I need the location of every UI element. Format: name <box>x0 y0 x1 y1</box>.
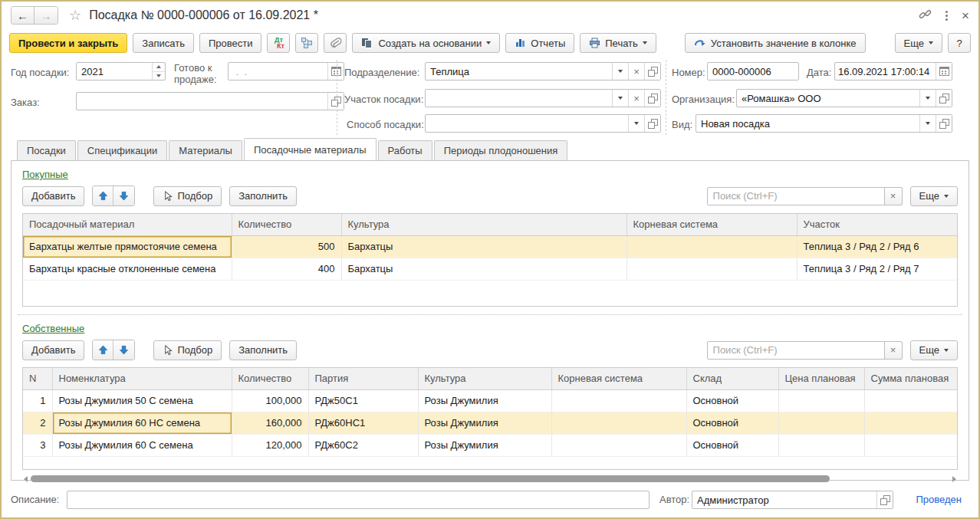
scroll-right-icon[interactable] <box>952 476 956 482</box>
cell-item[interactable]: Розы Джумилия 60 НС семена <box>52 412 232 434</box>
cell-price[interactable] <box>778 389 864 412</box>
open-icon[interactable] <box>876 491 893 508</box>
more-menu-icon[interactable] <box>945 11 948 21</box>
dropdown-icon[interactable] <box>612 63 628 80</box>
clear-search-icon[interactable]: × <box>884 187 903 205</box>
cell-warehouse[interactable]: Основной <box>686 412 778 434</box>
clear-search-icon[interactable]: × <box>884 341 903 360</box>
cell-qty[interactable]: 120,000 <box>232 434 308 456</box>
create-based-on-button[interactable]: Создать на основании <box>352 33 500 53</box>
back-icon[interactable]: ← <box>12 7 35 24</box>
cell-culture[interactable]: Бархатцы <box>341 258 626 280</box>
open-icon[interactable] <box>644 90 660 107</box>
open-icon[interactable] <box>644 115 660 132</box>
post-button[interactable]: Провести <box>199 33 262 53</box>
reports-button[interactable]: Отчеты <box>505 33 574 53</box>
cell-qty[interactable]: 500 <box>232 235 341 258</box>
close-icon[interactable]: × <box>962 9 969 22</box>
forward-icon[interactable]: → <box>35 7 58 24</box>
move-down-button[interactable] <box>113 186 134 205</box>
cell-culture[interactable]: Бархатцы <box>341 235 626 258</box>
search-input[interactable] <box>707 341 885 360</box>
cell-root[interactable] <box>551 389 686 412</box>
plot-field[interactable]: × <box>425 89 661 107</box>
cell-culture[interactable]: Розы Джумилия <box>418 389 551 412</box>
cell-sum[interactable] <box>864 389 957 412</box>
cell-batch[interactable]: РДж60НС1 <box>308 412 418 434</box>
open-icon[interactable] <box>644 63 660 80</box>
cell-material[interactable]: Бархатцы красные отклоненные семена <box>23 258 232 280</box>
move-up-button[interactable] <box>93 340 113 360</box>
open-icon[interactable] <box>936 90 952 107</box>
cell-warehouse[interactable]: Основной <box>686 389 778 412</box>
cell-batch[interactable]: РДж60С2 <box>308 434 418 456</box>
pick-button[interactable]: Подбор <box>153 186 222 206</box>
description-field[interactable] <box>67 491 649 509</box>
method-field[interactable] <box>425 114 661 133</box>
search-input[interactable] <box>707 187 885 205</box>
cell-qty[interactable]: 100,000 <box>232 389 308 412</box>
cell-sum[interactable] <box>864 412 957 434</box>
cell-culture[interactable]: Розы Джумилия <box>418 412 551 434</box>
open-icon[interactable] <box>936 115 952 132</box>
table-row[interactable]: 1 Розы Джумилия 50 С семена 100,000 РДж5… <box>23 389 957 412</box>
fill-button[interactable]: Заполнить <box>229 186 297 206</box>
dtkt-postings-button[interactable]: ДтКт <box>267 33 290 53</box>
cell-culture[interactable]: Розы Джумилия <box>418 434 551 456</box>
cell-price[interactable] <box>778 434 864 456</box>
cell-item[interactable]: Розы Джумилия 60 С семена <box>52 434 232 456</box>
related-documents-button[interactable] <box>295 33 318 53</box>
cell-warehouse[interactable]: Основной <box>686 434 778 456</box>
purchased-section-link[interactable]: Покупные <box>22 169 68 180</box>
tab-posadki[interactable]: Посадки <box>17 140 76 160</box>
author-field[interactable] <box>692 491 893 509</box>
clear-icon[interactable]: × <box>628 90 644 107</box>
favorite-star-icon[interactable]: ☆ <box>69 7 81 24</box>
cell-plot[interactable]: Теплица 3 / Ряд 2 / Ряд 6 <box>797 235 957 258</box>
cell-n[interactable]: 1 <box>23 389 52 412</box>
tab-periody-plodonosheniya[interactable]: Периоды плодоношения <box>434 140 568 160</box>
cell-price[interactable] <box>778 412 864 434</box>
more-button[interactable]: Еще <box>895 33 942 53</box>
department-field[interactable]: × <box>425 62 661 80</box>
tab-posadochnye-materialy[interactable]: Посадочные материалы <box>244 138 377 160</box>
tab-specifikacii[interactable]: Спецификации <box>77 140 168 160</box>
own-section-link[interactable]: Собственные <box>22 323 84 334</box>
dropdown-icon[interactable] <box>919 90 936 107</box>
more-button[interactable]: Еще <box>910 340 958 360</box>
spinner-stepper[interactable] <box>152 63 165 80</box>
cell-material[interactable]: Бархатцы желтые прямостоячие семена <box>23 235 232 258</box>
cell-n[interactable]: 3 <box>23 434 52 456</box>
table-row[interactable]: Бархатцы красные отклоненные семена 400 … <box>23 258 957 280</box>
table-row[interactable]: 2 Розы Джумилия 60 НС семена 160,000 РДж… <box>23 412 957 434</box>
table-header-row[interactable]: N Номенклатура Количество Партия Культур… <box>23 368 957 389</box>
attachments-button[interactable] <box>324 33 347 53</box>
cell-qty[interactable]: 400 <box>232 258 341 280</box>
year-field[interactable] <box>76 62 166 80</box>
move-down-button[interactable] <box>113 340 134 360</box>
clear-icon[interactable]: × <box>628 63 644 80</box>
pick-button[interactable]: Подбор <box>153 340 222 360</box>
scrollbar-thumb[interactable] <box>31 475 830 482</box>
help-button[interactable]: ? <box>948 33 971 53</box>
tab-raboty[interactable]: Работы <box>378 140 432 160</box>
date-field[interactable] <box>834 62 952 80</box>
order-field[interactable] <box>76 92 344 110</box>
cell-root[interactable] <box>551 412 686 434</box>
table-row[interactable]: Бархатцы желтые прямостоячие семена 500 … <box>23 235 957 258</box>
open-icon[interactable] <box>327 93 344 110</box>
cell-plot[interactable]: Теплица 3 / Ряд 2 / Ряд 7 <box>797 258 957 280</box>
cell-batch[interactable]: РДж50С1 <box>308 389 418 412</box>
number-field[interactable] <box>707 62 799 80</box>
dropdown-icon[interactable] <box>628 115 644 132</box>
cell-item[interactable]: Розы Джумилия 50 С семена <box>52 389 232 412</box>
set-column-value-button[interactable]: Установить значение в колонке <box>685 33 866 53</box>
cell-sum[interactable] <box>864 434 957 456</box>
table-row[interactable]: 3 Розы Джумилия 60 С семена 120,000 РДж6… <box>23 434 957 456</box>
add-button[interactable]: Добавить <box>22 186 84 206</box>
move-up-button[interactable] <box>93 186 113 205</box>
organization-field[interactable] <box>736 89 952 107</box>
fill-button[interactable]: Заполнить <box>229 340 297 360</box>
cell-qty[interactable]: 160,000 <box>232 412 308 434</box>
dropdown-icon[interactable] <box>919 115 936 132</box>
